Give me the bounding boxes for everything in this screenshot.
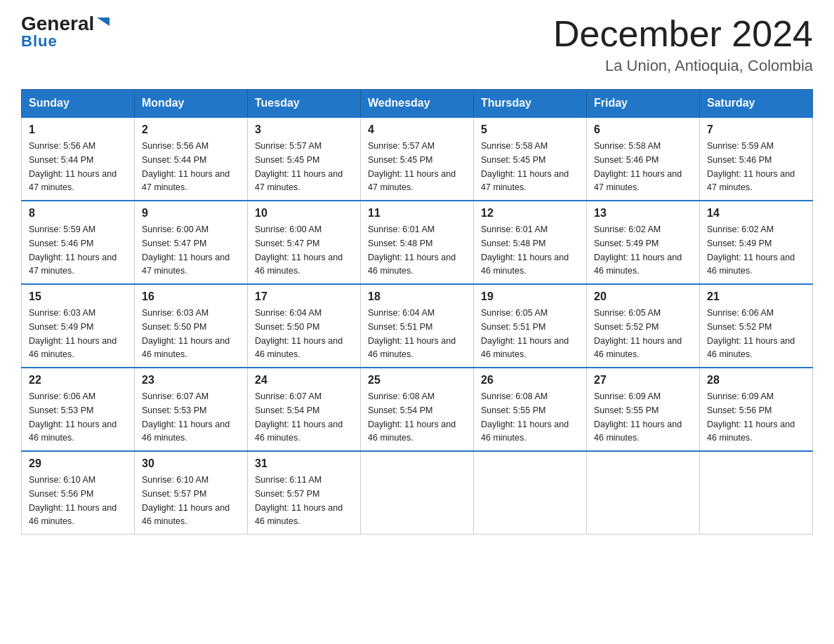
table-row: 7 Sunrise: 5:59 AMSunset: 5:46 PMDayligh… bbox=[700, 117, 813, 201]
table-row: 18 Sunrise: 6:04 AMSunset: 5:51 PMDaylig… bbox=[361, 284, 474, 368]
day-number: 30 bbox=[142, 457, 240, 470]
table-row: 3 Sunrise: 5:57 AMSunset: 5:45 PMDayligh… bbox=[248, 117, 361, 201]
table-row: 2 Sunrise: 5:56 AMSunset: 5:44 PMDayligh… bbox=[135, 117, 248, 201]
header-wednesday: Wednesday bbox=[361, 90, 474, 118]
day-info: Sunrise: 6:06 AMSunset: 5:52 PMDaylight:… bbox=[707, 308, 795, 359]
table-row: 13 Sunrise: 6:02 AMSunset: 5:49 PMDaylig… bbox=[587, 201, 700, 284]
table-row: 20 Sunrise: 6:05 AMSunset: 5:52 PMDaylig… bbox=[587, 284, 700, 368]
header-sunday: Sunday bbox=[22, 90, 135, 118]
svg-marker-0 bbox=[97, 18, 110, 26]
day-number: 6 bbox=[594, 123, 692, 136]
table-row: 8 Sunrise: 5:59 AMSunset: 5:46 PMDayligh… bbox=[22, 201, 135, 284]
day-info: Sunrise: 6:09 AMSunset: 5:56 PMDaylight:… bbox=[707, 391, 795, 443]
table-row: 28 Sunrise: 6:09 AMSunset: 5:56 PMDaylig… bbox=[700, 368, 813, 451]
table-row: 12 Sunrise: 6:01 AMSunset: 5:48 PMDaylig… bbox=[474, 201, 587, 284]
day-info: Sunrise: 5:58 AMSunset: 5:46 PMDaylight:… bbox=[594, 141, 682, 192]
table-row: 26 Sunrise: 6:08 AMSunset: 5:55 PMDaylig… bbox=[474, 368, 587, 451]
day-info: Sunrise: 6:01 AMSunset: 5:48 PMDaylight:… bbox=[368, 224, 456, 276]
table-row: 1 Sunrise: 5:56 AMSunset: 5:44 PMDayligh… bbox=[22, 117, 135, 201]
day-info: Sunrise: 5:58 AMSunset: 5:45 PMDaylight:… bbox=[481, 141, 569, 192]
table-row: 4 Sunrise: 5:57 AMSunset: 5:45 PMDayligh… bbox=[361, 117, 474, 201]
day-number: 24 bbox=[255, 374, 353, 387]
logo: General Blue bbox=[21, 14, 111, 51]
table-row: 25 Sunrise: 6:08 AMSunset: 5:54 PMDaylig… bbox=[361, 368, 474, 451]
day-info: Sunrise: 6:11 AMSunset: 5:57 PMDaylight:… bbox=[255, 475, 343, 526]
day-info: Sunrise: 6:01 AMSunset: 5:48 PMDaylight:… bbox=[481, 224, 569, 276]
table-row: 17 Sunrise: 6:04 AMSunset: 5:50 PMDaylig… bbox=[248, 284, 361, 368]
table-row: 14 Sunrise: 6:02 AMSunset: 5:49 PMDaylig… bbox=[700, 201, 813, 284]
day-info: Sunrise: 5:59 AMSunset: 5:46 PMDaylight:… bbox=[707, 141, 795, 192]
table-row: 10 Sunrise: 6:00 AMSunset: 5:47 PMDaylig… bbox=[248, 201, 361, 284]
day-number: 20 bbox=[594, 290, 692, 303]
logo-blue: Blue bbox=[21, 32, 58, 51]
weekday-header-row: Sunday Monday Tuesday Wednesday Thursday… bbox=[22, 90, 813, 118]
day-info: Sunrise: 6:05 AMSunset: 5:52 PMDaylight:… bbox=[594, 308, 682, 359]
header-monday: Monday bbox=[135, 90, 248, 118]
table-row: 23 Sunrise: 6:07 AMSunset: 5:53 PMDaylig… bbox=[135, 368, 248, 451]
calendar-table: Sunday Monday Tuesday Wednesday Thursday… bbox=[21, 89, 813, 535]
table-row: 5 Sunrise: 5:58 AMSunset: 5:45 PMDayligh… bbox=[474, 117, 587, 201]
day-number: 7 bbox=[707, 123, 805, 136]
table-row: 22 Sunrise: 6:06 AMSunset: 5:53 PMDaylig… bbox=[22, 368, 135, 451]
month-year-title: December 2024 bbox=[553, 14, 813, 54]
day-info: Sunrise: 6:05 AMSunset: 5:51 PMDaylight:… bbox=[481, 308, 569, 359]
day-number: 10 bbox=[255, 207, 353, 220]
table-row: 19 Sunrise: 6:05 AMSunset: 5:51 PMDaylig… bbox=[474, 284, 587, 368]
day-number: 2 bbox=[142, 123, 240, 136]
table-row bbox=[474, 451, 587, 535]
week-row-4: 22 Sunrise: 6:06 AMSunset: 5:53 PMDaylig… bbox=[22, 368, 813, 451]
table-row: 21 Sunrise: 6:06 AMSunset: 5:52 PMDaylig… bbox=[700, 284, 813, 368]
day-info: Sunrise: 6:02 AMSunset: 5:49 PMDaylight:… bbox=[707, 224, 795, 276]
table-row: 15 Sunrise: 6:03 AMSunset: 5:49 PMDaylig… bbox=[22, 284, 135, 368]
week-row-5: 29 Sunrise: 6:10 AMSunset: 5:56 PMDaylig… bbox=[22, 451, 813, 535]
table-row: 31 Sunrise: 6:11 AMSunset: 5:57 PMDaylig… bbox=[248, 451, 361, 535]
day-number: 26 bbox=[481, 374, 579, 387]
table-row: 30 Sunrise: 6:10 AMSunset: 5:57 PMDaylig… bbox=[135, 451, 248, 535]
table-row bbox=[700, 451, 813, 535]
day-number: 8 bbox=[29, 207, 127, 220]
table-row: 11 Sunrise: 6:01 AMSunset: 5:48 PMDaylig… bbox=[361, 201, 474, 284]
day-info: Sunrise: 6:00 AMSunset: 5:47 PMDaylight:… bbox=[255, 224, 343, 276]
table-row bbox=[361, 451, 474, 535]
week-row-3: 15 Sunrise: 6:03 AMSunset: 5:49 PMDaylig… bbox=[22, 284, 813, 368]
table-row bbox=[587, 451, 700, 535]
table-row: 16 Sunrise: 6:03 AMSunset: 5:50 PMDaylig… bbox=[135, 284, 248, 368]
day-number: 13 bbox=[594, 207, 692, 220]
day-info: Sunrise: 5:56 AMSunset: 5:44 PMDaylight:… bbox=[142, 141, 230, 192]
week-row-1: 1 Sunrise: 5:56 AMSunset: 5:44 PMDayligh… bbox=[22, 117, 813, 201]
day-info: Sunrise: 6:04 AMSunset: 5:51 PMDaylight:… bbox=[368, 308, 456, 359]
header-thursday: Thursday bbox=[474, 90, 587, 118]
logo-arrow-icon bbox=[95, 15, 111, 30]
logo-general: General bbox=[21, 14, 94, 34]
day-number: 14 bbox=[707, 207, 805, 220]
table-row: 27 Sunrise: 6:09 AMSunset: 5:55 PMDaylig… bbox=[587, 368, 700, 451]
day-number: 4 bbox=[368, 123, 466, 136]
week-row-2: 8 Sunrise: 5:59 AMSunset: 5:46 PMDayligh… bbox=[22, 201, 813, 284]
day-info: Sunrise: 5:57 AMSunset: 5:45 PMDaylight:… bbox=[255, 141, 343, 192]
day-info: Sunrise: 5:57 AMSunset: 5:45 PMDaylight:… bbox=[368, 141, 456, 192]
day-info: Sunrise: 6:03 AMSunset: 5:49 PMDaylight:… bbox=[29, 308, 117, 359]
day-info: Sunrise: 6:08 AMSunset: 5:54 PMDaylight:… bbox=[368, 391, 456, 443]
table-row: 9 Sunrise: 6:00 AMSunset: 5:47 PMDayligh… bbox=[135, 201, 248, 284]
day-number: 5 bbox=[481, 123, 579, 136]
day-info: Sunrise: 6:08 AMSunset: 5:55 PMDaylight:… bbox=[481, 391, 569, 443]
day-number: 12 bbox=[481, 207, 579, 220]
location-subtitle: La Union, Antioquia, Colombia bbox=[553, 57, 813, 75]
day-number: 1 bbox=[29, 123, 127, 136]
day-info: Sunrise: 6:03 AMSunset: 5:50 PMDaylight:… bbox=[142, 308, 230, 359]
day-number: 31 bbox=[255, 457, 353, 470]
day-info: Sunrise: 6:00 AMSunset: 5:47 PMDaylight:… bbox=[142, 224, 230, 276]
table-row: 29 Sunrise: 6:10 AMSunset: 5:56 PMDaylig… bbox=[22, 451, 135, 535]
table-row: 6 Sunrise: 5:58 AMSunset: 5:46 PMDayligh… bbox=[587, 117, 700, 201]
header-tuesday: Tuesday bbox=[248, 90, 361, 118]
day-info: Sunrise: 6:09 AMSunset: 5:55 PMDaylight:… bbox=[594, 391, 682, 443]
calendar-title-area: December 2024 La Union, Antioquia, Colom… bbox=[553, 14, 813, 75]
day-info: Sunrise: 5:59 AMSunset: 5:46 PMDaylight:… bbox=[29, 224, 117, 276]
header-friday: Friday bbox=[587, 90, 700, 118]
day-number: 15 bbox=[29, 290, 127, 303]
day-number: 28 bbox=[707, 374, 805, 387]
day-number: 19 bbox=[481, 290, 579, 303]
day-number: 17 bbox=[255, 290, 353, 303]
day-info: Sunrise: 6:10 AMSunset: 5:56 PMDaylight:… bbox=[29, 475, 117, 526]
day-number: 3 bbox=[255, 123, 353, 136]
